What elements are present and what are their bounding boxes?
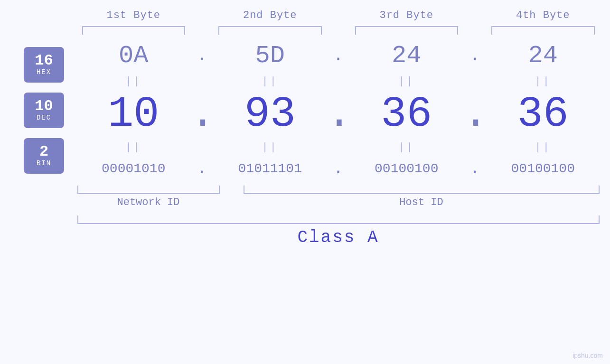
class-section: Class A [0, 215, 610, 247]
host-id-label: Host ID [244, 196, 600, 208]
eq-1-3: || [350, 75, 463, 87]
hex-val-3: 24 [350, 42, 463, 70]
eq-2-4: || [487, 141, 600, 153]
dot-hex-3: . [463, 46, 487, 65]
bin-row: 00001010 . 01011101 . 00100100 . 0010010… [77, 154, 600, 183]
bracket-3 [355, 26, 459, 35]
hex-val-2: 5D [214, 42, 327, 70]
bin-val-3: 00100100 [350, 161, 463, 176]
equals-row-2: || || || || [77, 140, 600, 154]
dot-hex-1: . [190, 46, 214, 65]
col-header-4: 4th Byte [487, 9, 600, 21]
hex-label: HEX [37, 68, 51, 76]
dot-dec-2: . [327, 93, 350, 136]
main-container: 1st Byte 2nd Byte 3rd Byte 4th Byte 16 [0, 0, 610, 364]
bottom-bracket-lines [77, 186, 600, 194]
hex-val-1: 0A [77, 42, 190, 70]
dec-val-3: 36 [350, 93, 463, 136]
col-header-1: 1st Byte [77, 9, 190, 21]
dec-val-2: 93 [214, 93, 327, 136]
dec-label: DEC [37, 114, 51, 121]
bottom-labels-row: Network ID Host ID [77, 196, 600, 208]
hex-row: 0A . 5D . 24 . 24 [77, 37, 600, 75]
column-headers: 1st Byte 2nd Byte 3rd Byte 4th Byte [0, 9, 610, 21]
bracket-1 [82, 26, 186, 35]
bin-val-4: 00100100 [487, 161, 600, 176]
watermark: ipshu.com [572, 352, 603, 359]
network-id-label: Network ID [77, 196, 220, 208]
hex-val-4: 24 [487, 42, 600, 70]
bin-label: BIN [37, 159, 51, 167]
class-label: Class A [297, 228, 379, 247]
dot-bin-2: . [327, 159, 350, 178]
eq-1-1: || [77, 75, 190, 87]
dec-val-1: 10 [77, 93, 190, 136]
dot-hex-2: . [327, 46, 350, 65]
bottom-section: Network ID Host ID [0, 186, 610, 208]
eq-1-2: || [214, 75, 327, 87]
eq-2-2: || [214, 141, 327, 153]
data-area: 16 HEX 10 DEC 2 BIN 0A . 5D [0, 37, 610, 183]
dot-bin-3: . [463, 159, 487, 178]
dec-val-4: 36 [487, 93, 600, 136]
bracket-2 [218, 26, 322, 35]
host-bracket [244, 186, 600, 194]
dot-bin-1: . [190, 159, 214, 178]
hex-number: 16 [35, 53, 53, 68]
hex-badge: 16 HEX [24, 47, 64, 83]
network-bracket [77, 186, 220, 194]
eq-2-1: || [77, 141, 190, 153]
dot-dec-3: . [463, 93, 487, 136]
equals-row-1: || || || || [77, 75, 600, 88]
dec-number: 10 [35, 99, 53, 114]
top-brackets [0, 26, 610, 35]
bottom-brackets: Network ID Host ID [77, 186, 600, 208]
bin-val-1: 00001010 [77, 161, 190, 176]
class-bracket [77, 215, 600, 224]
dot-dec-1: . [190, 93, 214, 136]
bin-badge: 2 BIN [24, 138, 64, 174]
eq-2-3: || [350, 141, 463, 153]
dec-row: 10 . 93 . 36 . 36 [77, 88, 600, 140]
col-header-3: 3rd Byte [350, 9, 463, 21]
bin-val-2: 01011101 [214, 161, 327, 176]
bracket-4 [491, 26, 595, 35]
class-bracket-wrap: Class A [77, 215, 600, 247]
dec-badge: 10 DEC [24, 93, 64, 128]
col-header-2: 2nd Byte [214, 9, 327, 21]
data-grid: 0A . 5D . 24 . 24 || || [77, 37, 600, 183]
bin-number: 2 [39, 144, 48, 159]
base-badges: 16 HEX 10 DEC 2 BIN [11, 37, 77, 183]
eq-1-4: || [487, 75, 600, 87]
